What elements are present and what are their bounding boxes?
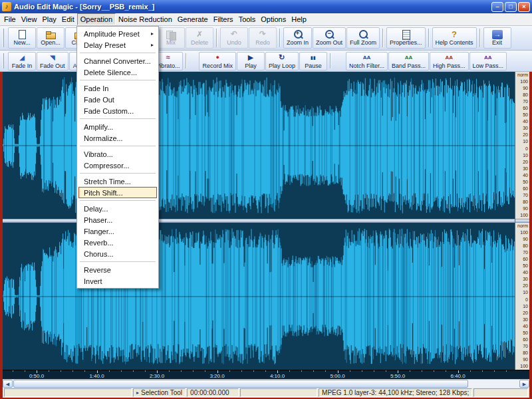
menu-item-stretch-time[interactable]: Stretch Time... bbox=[78, 176, 157, 187]
toolbar-button-label: New... bbox=[13, 39, 30, 46]
menu-operation[interactable]: Operation bbox=[77, 13, 116, 25]
toolbar-button-properties[interactable]: Properties... bbox=[386, 27, 426, 49]
ruler-value: 40 bbox=[515, 119, 528, 124]
timeline[interactable]: 0:50.01:40.02:30.03:20.04:10.05:00.05:50… bbox=[3, 370, 529, 379]
minimize-button[interactable]: – bbox=[491, 2, 503, 12]
mix-icon bbox=[166, 30, 176, 39]
toolbar-button-pause[interactable]: ▮▮Pause bbox=[299, 52, 327, 70]
menu-item-pitch-shift[interactable]: Pitch Shift... bbox=[78, 187, 157, 198]
menu-item-delay[interactable]: Delay... bbox=[78, 203, 157, 214]
menu-item-fade-out[interactable]: Fade Out bbox=[78, 94, 157, 105]
menu-item-flanger[interactable]: Flanger... bbox=[78, 225, 157, 237]
menu-item-label: Amplitude Preset bbox=[84, 30, 151, 38]
ruler-value: 10 bbox=[515, 290, 528, 295]
ruler-value: 90 bbox=[515, 86, 528, 91]
menu-filters[interactable]: Filters bbox=[211, 13, 236, 25]
toolbar-button-play[interactable]: ▶Play bbox=[237, 52, 265, 70]
menu-separator bbox=[80, 53, 156, 53]
menu-edit[interactable]: Edit bbox=[59, 13, 77, 25]
menu-play[interactable]: Play bbox=[39, 13, 59, 25]
filter-band-icon: AA bbox=[403, 53, 414, 63]
menu-item-channel-converter[interactable]: Channel Converter... bbox=[78, 55, 157, 66]
menu-item-normalize[interactable]: Normalize... bbox=[78, 132, 157, 144]
menu-item-reverb[interactable]: Reverb... bbox=[78, 237, 157, 248]
ruler-value: 40 bbox=[515, 324, 528, 329]
scroll-left-button[interactable]: ◀ bbox=[3, 380, 13, 388]
toolbar-button-label: Help Contents bbox=[436, 39, 473, 46]
timeline-minor-tick bbox=[13, 370, 13, 372]
timeline-minor-tick bbox=[506, 370, 507, 372]
toolbar-button-zoom-out[interactable]: −Zoom Out bbox=[313, 27, 346, 49]
menu-item-amplify[interactable]: Amplify... bbox=[78, 121, 157, 132]
maximize-button[interactable]: □ bbox=[505, 2, 517, 12]
menu-item-fade-in[interactable]: Fade In bbox=[78, 82, 157, 94]
menu-item-fade-custom[interactable]: Fade Custom... bbox=[78, 105, 157, 116]
ruler-value: 40 bbox=[515, 270, 528, 275]
toolbar-button-label: Fade Out bbox=[40, 63, 65, 69]
app-icon: ♪ bbox=[2, 2, 11, 11]
toolbar-button-label: Full Zoom bbox=[350, 39, 376, 46]
menu-options[interactable]: Options bbox=[258, 13, 289, 25]
menu-help[interactable]: Help bbox=[289, 13, 309, 25]
menu-item-delete-silence[interactable]: Delete Silence... bbox=[78, 66, 157, 78]
timeline-label: 1:40.0 bbox=[89, 373, 104, 379]
scrollbar-thumb[interactable] bbox=[13, 380, 468, 388]
menu-item-compressor[interactable]: Compressor... bbox=[78, 160, 157, 171]
timeline-minor-tick bbox=[84, 370, 85, 372]
timeline-minor-tick bbox=[374, 370, 374, 372]
toolbar-button-record-mix[interactable]: ●Record Mix bbox=[199, 52, 236, 70]
menu-item-chorus[interactable]: Chorus... bbox=[78, 248, 157, 259]
toolbar-drag-handle[interactable] bbox=[3, 29, 6, 47]
scroll-right-button[interactable]: ▶ bbox=[519, 380, 529, 388]
menu-bar: FileViewPlayEditOperationNoise Reduction… bbox=[0, 13, 532, 26]
amplitude-ruler-column: norm100908070605040302010010203040506070… bbox=[515, 72, 529, 370]
ruler-value: 0 bbox=[515, 297, 528, 303]
menu-item-label: Fade In bbox=[84, 84, 154, 92]
menu-item-vibrato[interactable]: Vibrato... bbox=[78, 148, 157, 160]
toolbar-button-high-pass[interactable]: AAHigh Pass... bbox=[430, 52, 469, 70]
toolbar-drag-handle[interactable] bbox=[3, 53, 6, 68]
ruler-value: 50 bbox=[515, 263, 528, 269]
toolbar-button-label: Vibrato... bbox=[156, 63, 180, 69]
ruler-value: 70 bbox=[515, 193, 528, 198]
timeline-minor-tick bbox=[289, 370, 290, 372]
menu-item-phaser[interactable]: Phaser... bbox=[78, 214, 157, 225]
menu-item-reverse[interactable]: Reverse bbox=[78, 264, 157, 275]
toolbar-button-band-pass[interactable]: AABand Pass... bbox=[388, 52, 429, 70]
close-button[interactable]: × bbox=[518, 2, 530, 12]
toolbar-button-label: Band Pass... bbox=[392, 63, 426, 69]
menu-item-amplitude-preset[interactable]: Amplitude Preset▸ bbox=[78, 28, 157, 39]
toolbar-button-fade-in[interactable]: ◢Fade In bbox=[8, 52, 36, 70]
menu-generate[interactable]: Generate bbox=[175, 13, 211, 25]
toolbar-button-new[interactable]: New... bbox=[8, 27, 36, 49]
toolbar-button-exit[interactable]: →Exit bbox=[483, 27, 511, 49]
cursor-position-value: 00:00:00.000 bbox=[190, 389, 229, 396]
menu-view[interactable]: View bbox=[19, 13, 40, 25]
ruler-value: 0 bbox=[515, 146, 528, 152]
menu-noise-reduction[interactable]: Noise Reduction bbox=[116, 13, 175, 25]
menu-file[interactable]: File bbox=[1, 13, 19, 25]
menu-item-invert[interactable]: Invert bbox=[78, 275, 157, 287]
menu-item-delay-preset[interactable]: Delay Preset▸ bbox=[78, 39, 157, 51]
amplitude-ruler-left: norm100908070605040302010010203040506070… bbox=[515, 72, 529, 219]
menu-separator bbox=[80, 261, 156, 262]
record-icon: ● bbox=[212, 53, 223, 63]
menu-separator bbox=[80, 118, 156, 119]
toolbar-button-help-contents[interactable]: ?Help Contents bbox=[432, 27, 477, 49]
ruler-value: 80 bbox=[515, 92, 528, 98]
amplitude-ruler-right: norm100908070605040302010010203040506070… bbox=[515, 223, 529, 370]
toolbar-button-zoom-in[interactable]: +Zoom In bbox=[283, 27, 312, 49]
toolbar-button-full-zoom[interactable]: Full Zoom bbox=[346, 27, 380, 49]
toolbar-separator bbox=[279, 29, 281, 47]
toolbar-button-open[interactable]: Open... bbox=[37, 27, 65, 49]
timeline-minor-tick bbox=[325, 370, 326, 372]
toolbar-button-play-loop[interactable]: ↻Play Loop bbox=[265, 52, 299, 70]
toolbar-button-low-pass[interactable]: AALow Pass... bbox=[469, 52, 507, 70]
ruler-value: 50 bbox=[515, 331, 528, 336]
toolbar-button-fade-out[interactable]: ◥Fade Out bbox=[37, 52, 68, 70]
toolbar-button-notch-filter[interactable]: AANotch Filter... bbox=[346, 52, 388, 70]
menu-separator bbox=[80, 146, 156, 146]
filter-notch-icon: AA bbox=[361, 53, 372, 63]
timeline-minor-tick bbox=[72, 370, 73, 372]
menu-tools[interactable]: Tools bbox=[236, 13, 259, 25]
